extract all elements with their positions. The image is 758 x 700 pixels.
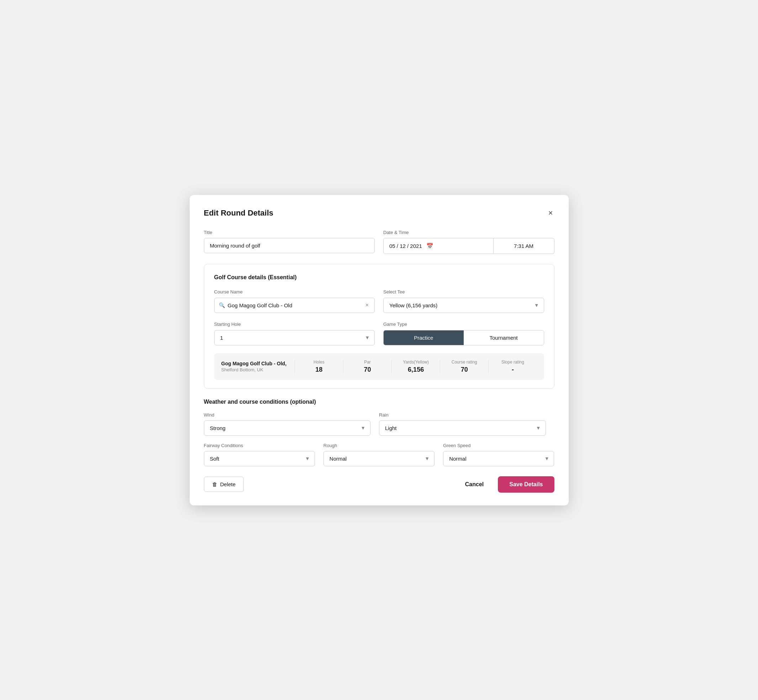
rough-group: Rough ShortNormalLong ▼ [324, 443, 434, 466]
select-tee-label: Select Tee [383, 289, 405, 295]
golf-course-section: Golf Course details (Essential) Course N… [204, 264, 554, 389]
fairway-rough-green-row: Fairway Conditions SoftNormalHard ▼ Roug… [204, 443, 554, 466]
wind-rain-row: Wind CalmLightModerate StrongVery Strong… [204, 412, 554, 436]
stat-course-rating: Course rating 70 [440, 359, 488, 373]
cancel-button[interactable]: Cancel [459, 477, 489, 492]
datetime-row: 05 / 12 / 2021 📅 7:31 AM [383, 238, 554, 254]
green-speed-label: Green Speed [443, 443, 554, 448]
starting-hole-label: Starting Hole [214, 322, 241, 327]
trash-icon: 🗑 [212, 481, 218, 487]
game-type-toggle: Practice Tournament [383, 330, 544, 345]
date-value: 05 / 12 / 2021 [389, 243, 422, 249]
hole-gametype-row: Starting Hole 1234 5678 910 ▼ Game Type … [214, 321, 544, 345]
course-info-name-col: Gog Magog Golf Club - Old, Shelford Bott… [221, 361, 294, 372]
footer-right: Cancel Save Details [459, 476, 554, 493]
game-type-group: Game Type Practice Tournament [383, 321, 544, 345]
rain-group: Rain NoneLightModerateHeavy ▼ [379, 412, 546, 436]
practice-toggle-button[interactable]: Practice [384, 330, 464, 345]
fairway-dropdown[interactable]: SoftNormalHard [204, 451, 315, 466]
course-name-label: Course Name [214, 289, 243, 295]
course-name-input[interactable] [228, 298, 364, 312]
delete-button[interactable]: 🗑 Delete [204, 477, 244, 492]
close-button[interactable]: × [547, 208, 554, 219]
course-rating-label: Course rating [452, 359, 477, 364]
holes-label: Holes [313, 359, 324, 364]
title-input[interactable] [204, 238, 375, 253]
course-rating-value: 70 [461, 366, 468, 373]
stat-par: Par 70 [343, 359, 392, 373]
time-value: 7:31 AM [514, 243, 534, 249]
fairway-wrap: SoftNormalHard ▼ [204, 451, 315, 466]
game-type-label: Game Type [383, 322, 407, 327]
holes-value: 18 [315, 366, 323, 373]
datetime-group: Date & Time 05 / 12 / 2021 📅 7:31 AM [383, 230, 554, 254]
modal-title: Edit Round Details [204, 208, 274, 218]
course-info-name: Gog Magog Golf Club - Old, [221, 361, 294, 366]
course-tee-row: Course Name 🔍 × Select Tee Yellow (6,156… [214, 289, 544, 313]
footer-row: 🗑 Delete Cancel Save Details [204, 476, 554, 493]
fairway-group: Fairway Conditions SoftNormalHard ▼ [204, 443, 315, 466]
calendar-icon: 📅 [426, 242, 434, 249]
stat-holes: Holes 18 [294, 359, 343, 373]
course-info-location: Shelford Bottom, UK [221, 367, 294, 372]
course-name-group: Course Name 🔍 × [214, 289, 375, 313]
select-tee-dropdown[interactable]: Yellow (6,156 yards) White (6,550 yards)… [383, 298, 544, 313]
title-datetime-row: Title Date & Time 05 / 12 / 2021 📅 7:31 … [204, 230, 554, 254]
rain-dropdown[interactable]: NoneLightModerateHeavy [379, 420, 546, 436]
rough-wrap: ShortNormalLong ▼ [324, 451, 434, 466]
wind-wrap: CalmLightModerate StrongVery Strong ▼ [204, 420, 371, 436]
stat-yards: Yards(Yellow) 6,156 [392, 359, 440, 373]
slope-rating-label: Slope rating [501, 359, 524, 364]
select-tee-group: Select Tee Yellow (6,156 yards) White (6… [383, 289, 544, 313]
wind-dropdown[interactable]: CalmLightModerate StrongVery Strong [204, 420, 371, 436]
green-speed-dropdown[interactable]: SlowNormalFast [443, 451, 554, 466]
title-group: Title [204, 230, 375, 254]
starting-hole-group: Starting Hole 1234 5678 910 ▼ [214, 321, 375, 345]
yards-label: Yards(Yellow) [403, 359, 429, 364]
time-input[interactable]: 7:31 AM [493, 238, 554, 254]
select-tee-wrap: Yellow (6,156 yards) White (6,550 yards)… [383, 298, 544, 313]
rain-label: Rain [379, 412, 546, 417]
search-icon: 🔍 [219, 302, 225, 308]
course-info-bar: Gog Magog Golf Club - Old, Shelford Bott… [214, 353, 544, 380]
rough-dropdown[interactable]: ShortNormalLong [324, 451, 434, 466]
starting-hole-dropdown[interactable]: 1234 5678 910 [214, 330, 375, 345]
wind-label: Wind [204, 412, 371, 417]
fairway-label: Fairway Conditions [204, 443, 315, 448]
datetime-label: Date & Time [383, 230, 554, 235]
rough-label: Rough [324, 443, 434, 448]
modal-header: Edit Round Details × [204, 208, 554, 219]
rain-wrap: NoneLightModerateHeavy ▼ [379, 420, 546, 436]
course-name-clear-button[interactable]: × [364, 302, 370, 308]
save-details-button[interactable]: Save Details [498, 476, 554, 493]
weather-section: Weather and course conditions (optional)… [204, 399, 554, 466]
green-speed-group: Green Speed SlowNormalFast ▼ [443, 443, 554, 466]
wind-group: Wind CalmLightModerate StrongVery Strong… [204, 412, 371, 436]
green-speed-wrap: SlowNormalFast ▼ [443, 451, 554, 466]
tournament-toggle-button[interactable]: Tournament [464, 330, 544, 345]
starting-hole-wrap: 1234 5678 910 ▼ [214, 330, 375, 345]
course-name-search-wrap: 🔍 × [214, 298, 375, 313]
slope-rating-value: - [512, 366, 514, 373]
par-value: 70 [364, 366, 371, 373]
par-label: Par [364, 359, 371, 364]
edit-round-modal: Edit Round Details × Title Date & Time 0… [190, 195, 568, 505]
title-label: Title [204, 230, 375, 235]
date-input[interactable]: 05 / 12 / 2021 📅 [383, 238, 493, 254]
yards-value: 6,156 [408, 366, 424, 373]
golf-course-title: Golf Course details (Essential) [214, 274, 544, 281]
weather-section-title: Weather and course conditions (optional) [204, 399, 554, 405]
stat-slope-rating: Slope rating - [488, 359, 537, 373]
delete-label: Delete [220, 481, 236, 487]
